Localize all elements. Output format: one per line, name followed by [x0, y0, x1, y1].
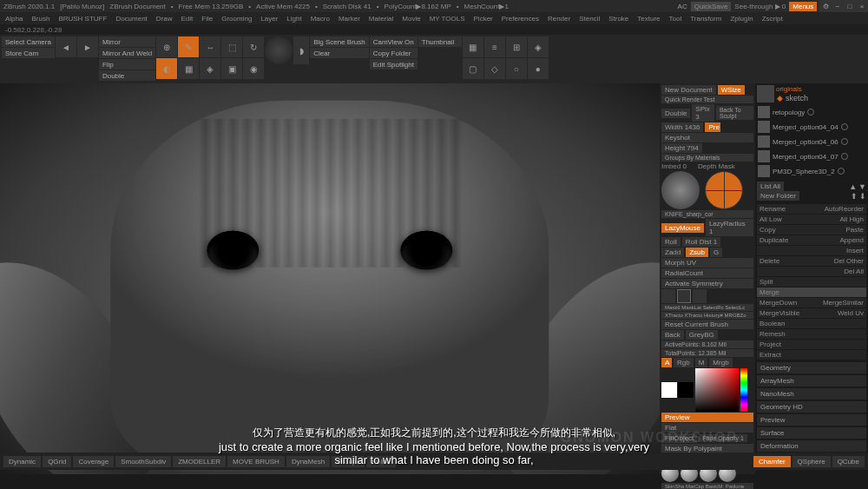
layer-item[interactable]: Merged_option04_06 [757, 135, 866, 149]
morphuv-button[interactable]: Morph UV [661, 258, 753, 268]
up-icon[interactable]: ▲ [849, 182, 857, 191]
tool4-icon[interactable]: ▣ [221, 58, 242, 79]
g-button[interactable]: G [710, 248, 722, 257]
sym-x-icon[interactable] [661, 289, 675, 303]
sym-z-icon[interactable] [693, 289, 707, 303]
section-nanomesh[interactable]: NanoMesh [757, 388, 866, 400]
thumbnail-button[interactable]: Thumbnail [418, 36, 462, 47]
linefill-icon[interactable]: ≡ [484, 36, 505, 57]
dynamic-icon[interactable]: ◈ [528, 36, 549, 57]
tool2-icon[interactable]: ▦ [178, 58, 199, 79]
extra3-icon[interactable]: ○ [506, 58, 527, 79]
quicksave-button[interactable]: QuickSave [691, 2, 732, 11]
sym-y-icon[interactable] [677, 289, 691, 303]
menu-preferences[interactable]: Preferences [502, 15, 539, 23]
next-icon[interactable]: ► [77, 36, 98, 57]
section-geometry[interactable]: Geometry [757, 362, 866, 373]
section-arraymesh[interactable]: ArrayMesh [757, 375, 866, 387]
viewport[interactable] [0, 83, 660, 474]
menu-tool[interactable]: Tool [669, 15, 682, 23]
alpha-icon[interactable]: ◐ [156, 58, 177, 79]
new-doc-button[interactable]: New Document [661, 85, 716, 95]
coverage-button[interactable]: Coverage [73, 456, 114, 467]
white-swatch[interactable] [661, 382, 677, 398]
qcube-button[interactable]: QCube [832, 456, 865, 467]
menu-brush[interactable]: Brush [31, 15, 49, 23]
lazyradius-field[interactable]: LazyRadius 1 [706, 219, 753, 236]
close-icon[interactable]: × [856, 0, 868, 12]
dynamic-button[interactable]: Dynamic [3, 456, 41, 467]
prev-icon[interactable]: ◄ [56, 36, 76, 57]
mirror-button[interactable]: Mirror [99, 36, 155, 47]
a-button[interactable]: A [661, 358, 672, 367]
menu-marker[interactable]: Marker [339, 15, 360, 23]
radialcount-field[interactable]: RadialCount [661, 268, 753, 278]
seethrough-slider[interactable]: See-through ▶ 0 [734, 3, 786, 10]
lazymouse-button[interactable]: LazyMouse [661, 223, 704, 233]
menu-grooming[interactable]: Grooming [221, 15, 252, 23]
list-all-button[interactable]: List All [757, 182, 784, 191]
back-sculpt-button[interactable]: Back To Sculpt [716, 106, 753, 120]
menu-transform[interactable]: Transform [690, 15, 721, 23]
minimize-icon[interactable]: − [832, 0, 844, 12]
rolldist-field[interactable]: Roll Dist 1 [682, 237, 720, 247]
preview-button[interactable]: Preview [661, 413, 753, 422]
menu-stroke[interactable]: Stroke [608, 15, 628, 23]
xtracto-labels[interactable]: XTracto XTracto History# MRGBZo [661, 312, 753, 319]
action-boolean[interactable]: Boolean [757, 319, 866, 328]
action-delall[interactable]: Del All [757, 267, 866, 276]
mask-labels[interactable]: Mask6 MaskLat SelectRc SelectLc [661, 304, 753, 311]
camview-button[interactable]: CamView On [370, 36, 418, 47]
store-cam-button[interactable]: Store Cam [2, 48, 55, 58]
action-project[interactable]: Project [757, 340, 866, 349]
menu-texture[interactable]: Texture [637, 15, 660, 23]
reset-brush-button[interactable]: Reset Current Brush [661, 320, 753, 329]
double-button2[interactable]: Double [661, 109, 690, 118]
clear-button[interactable]: Clear [310, 48, 369, 58]
extra4-icon[interactable]: ● [528, 58, 549, 79]
menu-zscript[interactable]: Zscript [762, 15, 783, 23]
flip-button[interactable]: Flip [99, 59, 155, 69]
groups-mat-button[interactable]: Groups By Materials [661, 154, 753, 162]
pre-button[interactable]: Pre [705, 122, 720, 132]
action-split[interactable]: Split [757, 277, 866, 287]
scale-icon[interactable]: ⬚ [221, 36, 242, 57]
settings-icon[interactable]: ⚙ [819, 0, 832, 12]
depth-mask-widget[interactable] [705, 171, 743, 209]
hue-slider[interactable] [740, 368, 747, 412]
menu-alpha[interactable]: Alpha [5, 15, 23, 23]
maximize-icon[interactable]: □ [844, 0, 856, 12]
activate-symmetry-button[interactable]: Activate Symmetry [661, 279, 753, 288]
section-deformation[interactable]: Deformation [757, 440, 866, 452]
action-extract[interactable]: Extract [757, 350, 866, 360]
grid2-icon[interactable]: ⊞ [506, 36, 527, 57]
menu-file[interactable]: File [201, 15, 213, 23]
action-remesh[interactable]: Remesh [757, 329, 866, 339]
double-button[interactable]: Double [99, 70, 155, 81]
menu-zplugin[interactable]: Zplugin [730, 15, 753, 23]
zsub-button[interactable]: Zsub [686, 248, 708, 257]
menu-material[interactable]: Material [369, 15, 393, 23]
draw-icon[interactable]: ✎ [178, 36, 199, 57]
color-picker[interactable] [695, 368, 739, 412]
move-down-icon[interactable]: ⬇ [859, 192, 866, 201]
action-merge[interactable]: Merge [757, 287, 866, 297]
brush-preview[interactable] [661, 171, 700, 209]
action-delete[interactable]: DeleteDel Other [757, 256, 866, 266]
action-copy[interactable]: CopyPaste [757, 225, 866, 235]
menu-edit[interactable]: Edit [181, 15, 194, 23]
axis-icon[interactable]: ⊕ [156, 36, 177, 57]
copy-folder-button[interactable]: Copy Folder [370, 48, 418, 58]
action-mergevisible[interactable]: MergeVisibleWeld Uv [757, 308, 866, 318]
action-insert[interactable]: Insert [757, 246, 866, 255]
tool5-icon[interactable]: ◉ [243, 58, 264, 79]
quick-render-button[interactable]: Quick Render Test [661, 96, 753, 103]
move-up-icon[interactable]: ⬆ [851, 192, 858, 201]
chamfer-button[interactable]: Chamfer [753, 456, 791, 467]
grid1-icon[interactable]: ▦ [463, 36, 483, 57]
mrgb-button[interactable]: Mrgb [709, 358, 732, 367]
select-camera-button[interactable]: Select Camera [2, 36, 55, 47]
roll-button[interactable]: Roll [661, 237, 681, 247]
menu-draw[interactable]: Draw [156, 15, 173, 23]
sphere-preview-icon[interactable] [265, 36, 293, 64]
